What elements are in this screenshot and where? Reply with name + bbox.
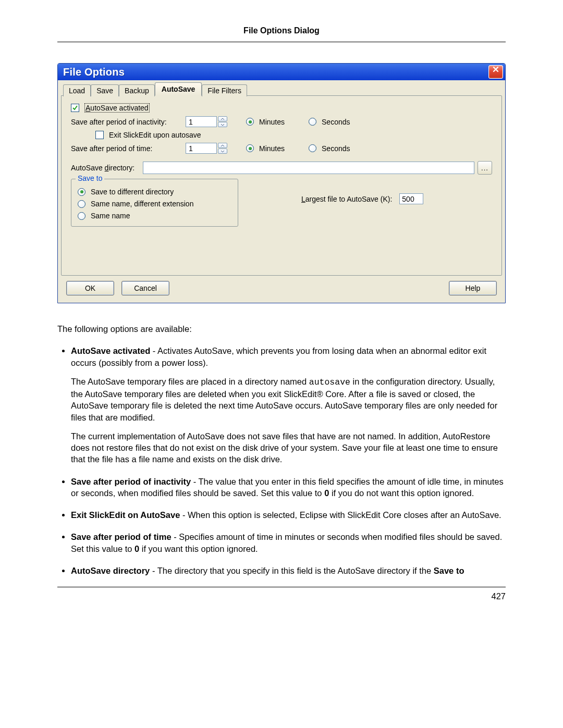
saveto-diff-ext-label: Same name, different extension xyxy=(91,200,193,208)
intro-paragraph: The following options are available: xyxy=(57,323,506,335)
close-button[interactable] xyxy=(488,65,503,79)
period-seconds-label: Seconds xyxy=(322,144,350,153)
tab-file-filters[interactable]: File Filters xyxy=(202,84,247,96)
inactivity-input[interactable] xyxy=(186,116,217,127)
tab-bar: Load Save Backup AutoSave File Filters xyxy=(61,82,502,96)
period-spin-up[interactable] xyxy=(218,143,227,148)
page-number: 427 xyxy=(491,591,506,601)
chevron-down-icon xyxy=(221,124,225,126)
saveto-different-dir-label: Save to different directory xyxy=(91,188,174,196)
chevron-up-icon xyxy=(221,118,225,120)
file-options-dialog: File Options Load Save Backup AutoSave F… xyxy=(57,63,506,303)
dialog-button-row: OK Cancel Help xyxy=(61,276,502,300)
autosave-panel: AAutoSave activatedutoSave activated Sav… xyxy=(61,95,502,276)
period-minutes-label: Minutes xyxy=(259,144,285,153)
titlebar: File Options xyxy=(58,64,505,80)
saveto-different-dir-radio[interactable] xyxy=(78,188,85,196)
description-text: The following options are available: Aut… xyxy=(57,323,506,576)
period-spin-down[interactable] xyxy=(218,149,227,154)
inactivity-label: Save after period of inactivity: xyxy=(71,118,180,126)
list-item: Save after period of inactivity - The va… xyxy=(71,476,506,499)
inactivity-spin-down[interactable] xyxy=(218,122,227,127)
exit-on-autosave-label: Exit SlickEdit upon autosave xyxy=(109,131,201,139)
save-to-fieldset: Save to Save to different directory Same… xyxy=(71,179,238,227)
browse-button[interactable]: ... xyxy=(478,161,492,175)
cancel-button[interactable]: Cancel xyxy=(121,281,169,295)
inactivity-spin-up[interactable] xyxy=(218,116,227,121)
help-button[interactable]: Help xyxy=(449,281,497,295)
exit-on-autosave-checkbox[interactable] xyxy=(95,131,104,139)
check-icon xyxy=(72,105,78,111)
period-minutes-radio[interactable] xyxy=(246,144,254,152)
saveto-diff-ext-radio[interactable] xyxy=(78,200,85,208)
document-page: File Options Dialog File Options Load Sa… xyxy=(0,0,563,617)
autosave-activated-label: AAutoSave activatedutoSave activated xyxy=(84,103,150,113)
autosave-activated-checkbox[interactable] xyxy=(71,104,79,112)
largest-file-label: Largest file to AutoSave (K): xyxy=(301,195,392,203)
tab-save[interactable]: Save xyxy=(91,84,119,96)
page-footer: 427 xyxy=(57,587,506,601)
saveto-same-name-label: Same name xyxy=(91,212,130,220)
chevron-up-icon xyxy=(221,144,225,147)
period-label: Save after period of time: xyxy=(71,144,180,153)
inactivity-seconds-label: Seconds xyxy=(322,118,350,126)
save-to-legend: Save to xyxy=(76,174,104,182)
tab-backup[interactable]: Backup xyxy=(119,84,155,96)
tab-load[interactable]: Load xyxy=(63,84,91,96)
page-header: File Options Dialog xyxy=(57,26,506,42)
chevron-down-icon xyxy=(221,150,225,153)
list-item: AutoSave directory - The directory that … xyxy=(71,565,506,576)
period-seconds-radio[interactable] xyxy=(309,144,316,152)
list-item: Save after period of time - Specifies am… xyxy=(71,531,506,554)
period-input[interactable] xyxy=(186,143,217,154)
inactivity-minutes-label: Minutes xyxy=(259,118,285,126)
tab-autosave[interactable]: AutoSave xyxy=(155,82,202,96)
dialog-body: Load Save Backup AutoSave File Filters A… xyxy=(58,80,505,303)
inactivity-seconds-radio[interactable] xyxy=(309,118,316,126)
window-title: File Options xyxy=(63,66,125,78)
list-item: Exit SlickEdit on AutoSave - When this o… xyxy=(71,509,506,521)
list-item: AutoSave activated - Activates AutoSave,… xyxy=(71,345,506,465)
autosave-dir-label: AutoSave directory: xyxy=(71,164,140,172)
inactivity-minutes-radio[interactable] xyxy=(246,118,254,126)
largest-file-input[interactable] xyxy=(399,193,423,204)
autosave-dir-input[interactable] xyxy=(143,162,474,174)
saveto-same-name-radio[interactable] xyxy=(78,212,85,220)
close-icon xyxy=(492,66,499,73)
ok-button[interactable]: OK xyxy=(66,281,114,295)
